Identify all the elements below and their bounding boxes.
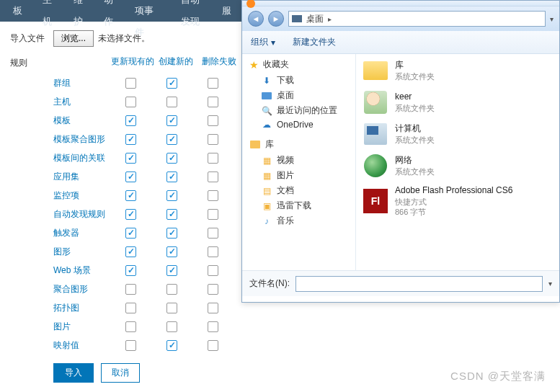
checkbox[interactable] bbox=[125, 284, 136, 295]
file-item[interactable]: 网络系统文件夹 bbox=[360, 152, 555, 179]
checkbox[interactable] bbox=[125, 78, 136, 89]
nav-item[interactable]: 服 bbox=[212, 0, 241, 22]
checkbox[interactable] bbox=[125, 321, 136, 332]
item-subtitle: 系统文件夹 bbox=[395, 71, 435, 81]
sidebar-item-desktop[interactable]: 桌面 bbox=[249, 88, 355, 103]
checkbox[interactable] bbox=[166, 78, 177, 89]
nav-back-icon[interactable]: ◄ bbox=[248, 11, 264, 27]
rule-name[interactable]: 主机 bbox=[53, 96, 120, 108]
item-subtitle: 系统文件夹 bbox=[395, 166, 435, 177]
checkbox[interactable] bbox=[166, 97, 177, 107]
new-folder-button[interactable]: 新建文件夹 bbox=[293, 36, 336, 48]
checkbox[interactable] bbox=[125, 209, 136, 220]
checkbox[interactable] bbox=[208, 303, 218, 313]
cancel-button[interactable]: 取消 bbox=[101, 363, 140, 383]
checkbox[interactable] bbox=[166, 153, 177, 164]
checkbox[interactable] bbox=[208, 228, 218, 239]
organize-button[interactable]: 组织 ▾ bbox=[251, 36, 275, 48]
file-item[interactable]: 计算机系统文件夹 bbox=[360, 120, 555, 148]
checkbox[interactable] bbox=[166, 172, 177, 182]
checkbox[interactable] bbox=[166, 303, 177, 313]
libraries-head[interactable]: 库 bbox=[249, 138, 355, 151]
path-box[interactable]: 桌面 ▸ bbox=[288, 11, 546, 27]
checkbox[interactable] bbox=[125, 134, 136, 145]
sidebar-item-music[interactable]: ♪音乐 bbox=[249, 213, 355, 228]
checkbox[interactable] bbox=[208, 265, 218, 276]
checkbox[interactable] bbox=[208, 78, 218, 89]
rule-name[interactable]: 触发器 bbox=[53, 227, 120, 239]
sidebar-item-video[interactable]: ▦视频 bbox=[249, 153, 355, 168]
sidebar-item-documents[interactable]: ▤文档 bbox=[249, 183, 355, 198]
chevron-down-icon[interactable]: ▾ bbox=[548, 280, 552, 288]
checkbox[interactable] bbox=[125, 303, 136, 313]
sidebar-item-pictures[interactable]: ▦图片 bbox=[249, 168, 355, 183]
checkbox[interactable] bbox=[166, 265, 177, 276]
checkbox[interactable] bbox=[208, 153, 218, 164]
checkbox[interactable] bbox=[208, 172, 218, 182]
rule-name[interactable]: Web 场景 bbox=[53, 264, 120, 277]
rule-name[interactable]: 模板聚合图形 bbox=[53, 133, 120, 146]
rule-name[interactable]: 模板 bbox=[53, 115, 120, 127]
nav-item[interactable]: 主机 bbox=[32, 0, 63, 32]
checkbox[interactable] bbox=[208, 321, 218, 332]
checkbox[interactable] bbox=[125, 228, 136, 239]
checkbox[interactable] bbox=[208, 284, 218, 295]
sidebar-item-xunlei[interactable]: ▣迅雷下载 bbox=[249, 198, 355, 213]
checkbox[interactable] bbox=[208, 115, 218, 126]
checkbox[interactable] bbox=[166, 246, 177, 257]
chevron-right-icon[interactable]: ▸ bbox=[328, 15, 332, 23]
rule-name[interactable]: 自动发现规则 bbox=[53, 208, 120, 220]
config-panel: 板 主机 维护 动作 关联项事件 自动发现 服 导入文件 浏览... 未选择文件… bbox=[0, 0, 241, 392]
favorites-head[interactable]: ★收藏夹 bbox=[249, 58, 355, 71]
checkbox[interactable] bbox=[125, 172, 136, 182]
nav-item[interactable]: 板 bbox=[3, 0, 32, 22]
checkbox[interactable] bbox=[125, 246, 136, 257]
checkbox[interactable] bbox=[208, 340, 218, 351]
checkbox[interactable] bbox=[208, 190, 218, 201]
checkbox[interactable] bbox=[166, 190, 177, 201]
checkbox[interactable] bbox=[208, 246, 218, 257]
sidebar-item-recent[interactable]: 🔍最近访问的位置 bbox=[249, 103, 355, 118]
file-item[interactable]: FlAdobe Flash Professional CS6快捷方式866 字节 bbox=[360, 184, 555, 218]
checkbox[interactable] bbox=[125, 190, 136, 201]
video-icon: ▦ bbox=[261, 156, 272, 166]
rule-name[interactable]: 模板间的关联 bbox=[53, 152, 120, 164]
checkbox[interactable] bbox=[125, 265, 136, 276]
item-size: 866 字节 bbox=[395, 207, 512, 217]
rule-name[interactable]: 图片 bbox=[53, 321, 120, 333]
nav-forward-icon[interactable]: ► bbox=[268, 11, 284, 27]
checkbox[interactable] bbox=[166, 321, 177, 332]
checkbox[interactable] bbox=[166, 209, 177, 220]
rule-name[interactable]: 应用集 bbox=[53, 171, 120, 183]
checkbox[interactable] bbox=[166, 115, 177, 126]
rule-name[interactable]: 聚合图形 bbox=[53, 283, 120, 295]
checkbox[interactable] bbox=[166, 340, 177, 351]
file-item[interactable]: keer系统文件夹 bbox=[360, 89, 555, 116]
nav-item[interactable]: 自动发现 bbox=[171, 0, 212, 32]
checkbox[interactable] bbox=[125, 340, 136, 351]
chevron-down-icon[interactable]: ▾ bbox=[550, 15, 554, 23]
checkbox[interactable] bbox=[208, 209, 218, 220]
rule-name[interactable]: 群组 bbox=[53, 77, 120, 89]
checkbox[interactable] bbox=[125, 97, 136, 107]
browse-button[interactable]: 浏览... bbox=[53, 30, 94, 47]
checkbox[interactable] bbox=[125, 115, 136, 126]
rule-name[interactable]: 图形 bbox=[53, 246, 120, 258]
checkbox[interactable] bbox=[166, 228, 177, 239]
rule-row: 自动发现规则 bbox=[0, 205, 241, 223]
checkbox[interactable] bbox=[125, 153, 136, 164]
sidebar-item-onedrive[interactable]: ☁OneDrive bbox=[249, 118, 355, 131]
nav-item[interactable]: 动作 bbox=[94, 0, 125, 32]
filename-input[interactable] bbox=[295, 276, 543, 292]
sidebar-item-downloads[interactable]: ⬇下载 bbox=[249, 73, 355, 88]
file-item[interactable]: 库系统文件夹 bbox=[360, 57, 555, 84]
rule-name[interactable]: 监控项 bbox=[53, 190, 120, 202]
checkbox[interactable] bbox=[208, 134, 218, 145]
rule-name[interactable]: 映射值 bbox=[53, 339, 120, 352]
nav-item[interactable]: 维护 bbox=[63, 0, 94, 32]
checkbox[interactable] bbox=[166, 284, 177, 295]
checkbox[interactable] bbox=[166, 134, 177, 145]
rule-name[interactable]: 拓扑图 bbox=[53, 302, 120, 314]
import-button[interactable]: 导入 bbox=[53, 363, 94, 383]
checkbox[interactable] bbox=[208, 97, 218, 107]
